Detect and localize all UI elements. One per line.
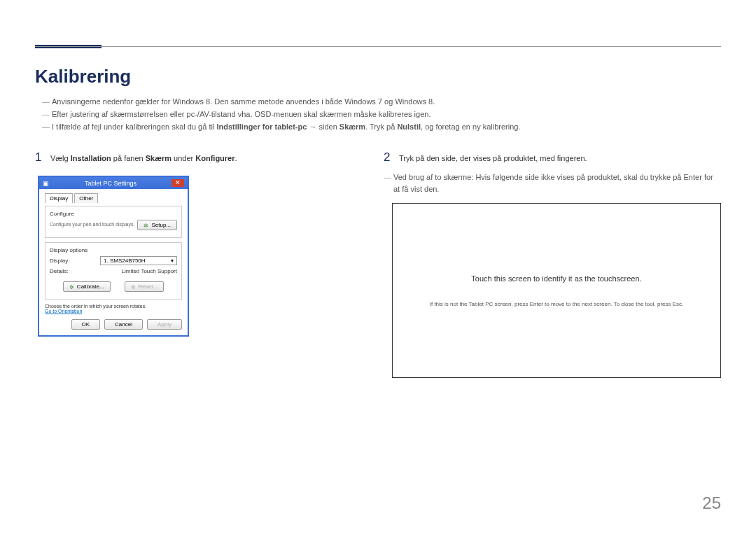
dialog-tablet-settings: ▣ Tablet PC Settings ✕ Display Other Con… [38, 176, 189, 337]
fieldset-configure: Configure Configure your pen and touch d… [45, 206, 182, 238]
field-row: Details: Limited Touch Support [50, 268, 177, 274]
text: . Tryk på [365, 122, 397, 131]
text-bold: Skærm [340, 122, 365, 131]
fieldset-title: Configure [50, 211, 177, 217]
dialog-icon: ▣ [43, 180, 50, 187]
col-right: 2 Tryk på den side, der vises på produkt… [384, 150, 721, 378]
cancel-button[interactable]: Cancel [104, 319, 143, 330]
arrow-icon: → [307, 122, 318, 131]
dash-icon: ― [42, 110, 52, 118]
dash-icon: ― [384, 171, 393, 195]
dash-icon: ― [42, 122, 52, 131]
display-label: Display: [50, 258, 78, 264]
field-row: Configure your pen and touch displays. ✲… [50, 220, 177, 230]
orientation-link[interactable]: Go to Orientation [45, 309, 182, 314]
notes-block: ― Anvisningerne nedenfor gælder for Wind… [42, 97, 721, 131]
gear-icon: ✲ [69, 284, 75, 290]
field-row: Display: 1. SMS24B750H ▾ [50, 256, 177, 265]
step-2: 2 Tryk på den side, der vises på produkt… [384, 150, 721, 164]
tab-other[interactable]: Other [74, 193, 98, 203]
text-bold: Installation [71, 154, 111, 162]
col-left: 1 Vælg Installation på fanen Skærm under… [35, 150, 358, 378]
text-bold: Skærm [146, 154, 172, 162]
text: I tilfælde af fejl under kalibreringen s… [52, 122, 216, 131]
step-text: Vælg Installation på fanen Skærm under K… [50, 153, 237, 164]
configure-desc: Configure your pen and touch displays. [50, 222, 137, 227]
columns: 1 Vælg Installation på fanen Skærm under… [35, 150, 721, 378]
text-bold: Nulstil [397, 122, 421, 131]
setup-button[interactable]: ✲Setup... [137, 220, 177, 230]
text: siden [318, 122, 339, 131]
step-number: 2 [384, 150, 399, 164]
step-2-note: ― Ved brug af to skærme: Hvis følgende s… [384, 171, 721, 195]
touch-main-text: Touch this screen to identify it as the … [471, 274, 641, 283]
text: , og foretag en ny kalibrering. [421, 122, 520, 131]
note-text: Ved brug af to skærme: Hvis følgende sid… [393, 171, 721, 195]
step-number: 1 [35, 150, 50, 164]
btn-label: Setup... [151, 222, 171, 228]
btn-label: Reset... [139, 283, 158, 290]
header-line [35, 46, 721, 47]
gear-icon: ✲ [131, 284, 136, 290]
ok-button[interactable]: OK [71, 319, 101, 330]
text-bold: Indstillinger for tablet-pc [216, 122, 307, 131]
dialog-body: Display Other Configure Configure your p… [39, 189, 188, 335]
tab-display[interactable]: Display [45, 193, 73, 203]
text-bold: Konfigurer [195, 154, 234, 162]
rotate-text: Choose the order in which your screen ro… [45, 304, 182, 309]
dialog-title-text: Tablet PC Settings [50, 180, 172, 187]
note-line: ― I tilfælde af fejl under kalibreringen… [42, 122, 721, 131]
details-value: Limited Touch Support [122, 268, 177, 274]
display-select[interactable]: 1. SMS24B750H ▾ [100, 256, 177, 265]
note-line: ― Efter justering af skærmstørrelsen ell… [42, 110, 721, 118]
dash-icon: ― [42, 97, 52, 106]
select-value: 1. SMS24B750H [104, 258, 146, 264]
note-text: Efter justering af skærmstørrelsen eller… [52, 110, 430, 118]
tabs: Display Other [45, 193, 182, 203]
apply-button[interactable]: Apply [147, 319, 182, 330]
chevron-down-icon: ▾ [171, 258, 174, 264]
step-text: Tryk på den side, der vises på produktet… [399, 153, 587, 164]
page-number: 25 [702, 493, 721, 513]
field-row: ✲Calibrate... ✲Reset... [50, 281, 177, 292]
calibrate-button[interactable]: ✲Calibrate... [63, 281, 111, 292]
touch-sub-text: If this is not the Tablet PC screen, pre… [430, 301, 684, 307]
dialog-footer: OK Cancel Apply [45, 314, 182, 330]
dialog-titlebar: ▣ Tablet PC Settings ✕ [39, 177, 188, 189]
note-line: ― Anvisningerne nedenfor gælder for Wind… [42, 97, 721, 106]
text: Vælg [50, 154, 71, 162]
note-text: Anvisningerne nedenfor gælder for Window… [52, 97, 435, 106]
step-1: 1 Vælg Installation på fanen Skærm under… [35, 150, 358, 164]
note-text: I tilfælde af fejl under kalibreringen s… [52, 122, 521, 131]
reset-button[interactable]: ✲Reset... [125, 281, 164, 292]
text: på fanen [111, 154, 146, 162]
text: under [172, 154, 195, 162]
text: . [235, 154, 237, 162]
details-label: Details: [50, 268, 78, 274]
page-title: Kalibrering [35, 66, 721, 87]
fieldset-display-options: Display options Display: 1. SMS24B750H ▾… [45, 242, 182, 300]
btn-label: Calibrate... [77, 283, 104, 290]
gear-icon: ✲ [144, 223, 149, 228]
fieldset-title: Display options [50, 247, 177, 253]
close-button[interactable]: ✕ [172, 179, 184, 187]
touch-prompt-box: Touch this screen to identify it as the … [392, 203, 721, 378]
